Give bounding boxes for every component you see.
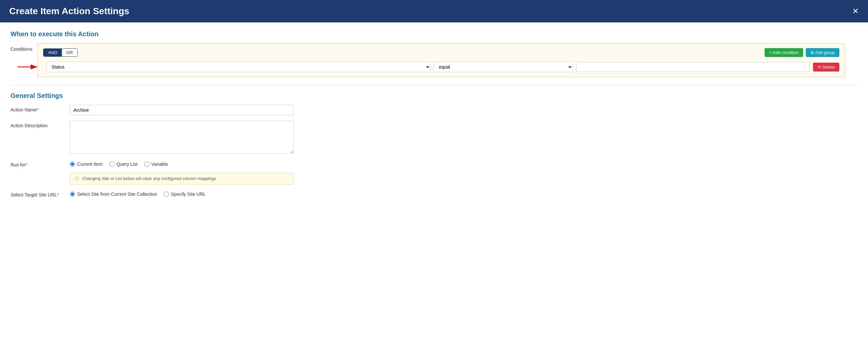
- modal-close-button[interactable]: ✕: [852, 7, 859, 15]
- run-for-query-list[interactable]: Query List: [109, 161, 137, 167]
- warning-icon: ⓘ: [75, 176, 79, 181]
- run-for-label: Run for*: [10, 160, 70, 168]
- action-description-row: Action Description: [10, 121, 858, 155]
- target-site-specify-url[interactable]: Specify Site URL: [164, 191, 206, 197]
- condition-operator-select[interactable]: equal not equal contains starts with gre…: [434, 62, 573, 72]
- add-buttons-group: + Add condition ⊕ Add group: [765, 48, 839, 57]
- modal-title: Create Item Action Settings: [9, 6, 129, 17]
- run-for-query-list-radio[interactable]: [109, 161, 115, 167]
- add-condition-button[interactable]: + Add condition: [765, 48, 803, 57]
- conditions-header: AND OR + Add condition ⊕ Add group: [43, 48, 839, 57]
- action-name-input[interactable]: [70, 105, 294, 115]
- target-site-current-radio[interactable]: [70, 191, 75, 197]
- condition-row-wrapper: Status Title Created Modified Author Edi…: [43, 62, 839, 72]
- condition-row: Status Title Created Modified Author Edi…: [46, 62, 839, 72]
- conditions-label: Conditions: [10, 47, 32, 52]
- modal-body: When to execute this Action Conditions A…: [0, 22, 868, 211]
- warning-box: ⓘ Changing Site or List below will clear…: [70, 173, 294, 184]
- when-section: When to execute this Action Conditions A…: [10, 30, 858, 77]
- run-for-variable-radio[interactable]: [144, 161, 150, 167]
- run-for-current-item[interactable]: Current Item: [70, 161, 103, 167]
- action-description-wrap: [70, 121, 294, 155]
- target-site-current-collection[interactable]: Select Site from Current Site Collection: [70, 191, 157, 197]
- general-settings-title: General Settings: [10, 92, 858, 99]
- run-for-row: Run for* Current Item Query List Variabl…: [10, 160, 858, 168]
- target-site-wrap: Select Site from Current Site Collection…: [70, 190, 294, 197]
- action-description-label: Action Description: [10, 121, 70, 128]
- action-name-wrap: [70, 105, 294, 115]
- target-site-row: Select Target Site URL* Select Site from…: [10, 190, 858, 198]
- run-for-current-item-radio[interactable]: [70, 161, 75, 167]
- target-site-label: Select Target Site URL*: [10, 190, 70, 198]
- target-site-radio-group: Select Site from Current Site Collection…: [70, 190, 294, 197]
- run-for-variable[interactable]: Variable: [144, 161, 168, 167]
- general-settings-section: General Settings Action Name* Action Des…: [10, 92, 858, 198]
- run-for-wrap: Current Item Query List Variable: [70, 160, 294, 167]
- modal-header: Create Item Action Settings ✕: [0, 0, 868, 22]
- condition-value-input[interactable]: Closed: [576, 62, 810, 72]
- run-for-radio-group: Current Item Query List Variable: [70, 160, 294, 167]
- condition-field-select[interactable]: Status Title Created Modified Author Edi…: [46, 62, 431, 72]
- section-divider: [10, 85, 858, 85]
- action-description-textarea[interactable]: [70, 121, 294, 154]
- action-name-label: Action Name*: [10, 105, 70, 112]
- target-site-specify-radio[interactable]: [164, 191, 169, 197]
- or-toggle-button[interactable]: OR: [62, 49, 78, 56]
- conditions-box: AND OR + Add condition ⊕ Add group: [37, 43, 845, 77]
- and-or-toggle: AND OR: [43, 49, 78, 57]
- and-toggle-button[interactable]: AND: [43, 49, 62, 56]
- add-group-button[interactable]: ⊕ Add group: [806, 48, 839, 57]
- arrow-indicator: [17, 64, 40, 70]
- action-name-row: Action Name*: [10, 105, 858, 115]
- delete-condition-button[interactable]: ✕ Delete: [813, 63, 839, 71]
- when-section-title: When to execute this Action: [10, 30, 858, 38]
